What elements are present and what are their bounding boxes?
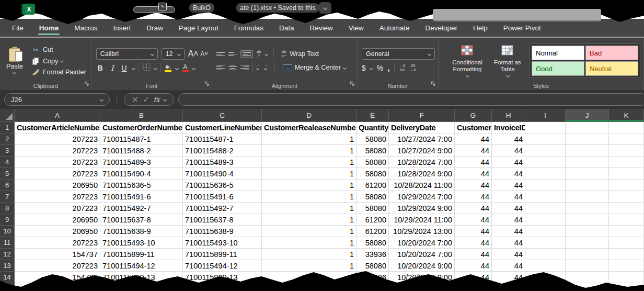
cell-E1[interactable]: Quantity bbox=[356, 122, 389, 133]
cell-D3[interactable]: 1 bbox=[262, 145, 356, 156]
tab-file[interactable]: File bbox=[4, 19, 31, 37]
cell-B10[interactable]: 7100115638-9 bbox=[100, 226, 183, 237]
cell-G13[interactable]: 44 bbox=[455, 260, 492, 272]
font-color-button[interactable]: A bbox=[182, 64, 189, 72]
cell-H12[interactable]: 44 bbox=[492, 249, 525, 260]
middle-align-button[interactable] bbox=[228, 52, 237, 56]
cell-D1[interactable]: CustomerRealeaseNumber bbox=[262, 122, 356, 133]
cell-I3[interactable] bbox=[525, 145, 566, 156]
cell-B[interactable] bbox=[100, 283, 183, 291]
formula-bar-grip-icon[interactable]: ⋮ bbox=[113, 96, 120, 104]
cell-D9[interactable]: 1 bbox=[262, 214, 356, 226]
tab-page-layout[interactable]: Page Layout bbox=[171, 19, 226, 37]
font-dialog-launcher-icon[interactable] bbox=[204, 79, 210, 88]
cell-K8[interactable] bbox=[609, 203, 644, 214]
tab-macros[interactable]: Macros bbox=[66, 19, 105, 37]
cell-K10[interactable] bbox=[609, 226, 644, 237]
cell-C7[interactable]: 7100115491-6 bbox=[183, 191, 262, 203]
tab-automate[interactable]: Automate bbox=[372, 19, 418, 37]
fx-chevron-icon[interactable] bbox=[163, 97, 167, 101]
cell-I5[interactable] bbox=[525, 168, 566, 180]
align-right-button[interactable] bbox=[240, 65, 249, 70]
cell-J11[interactable] bbox=[566, 237, 609, 249]
tab-developer[interactable]: Developer bbox=[418, 19, 466, 37]
align-left-button[interactable] bbox=[216, 65, 225, 70]
fill-color-chevron-icon[interactable] bbox=[175, 66, 179, 70]
confirm-entry-icon[interactable]: ✓ bbox=[143, 95, 150, 105]
tab-draw[interactable]: Draw bbox=[139, 19, 171, 37]
cell-E12[interactable]: 33936 bbox=[356, 249, 389, 260]
cell-A13[interactable]: 207223 bbox=[15, 260, 100, 272]
cell-G10[interactable]: 44 bbox=[455, 226, 492, 237]
cell-J8[interactable] bbox=[566, 203, 609, 214]
cell-K9[interactable] bbox=[609, 214, 644, 226]
cell-C12[interactable]: 7100115899-11 bbox=[183, 249, 262, 260]
cell-D6[interactable]: 1 bbox=[262, 180, 356, 191]
cell-H11[interactable]: 44 bbox=[492, 237, 525, 249]
cell-C10[interactable]: 7100115638-9 bbox=[183, 226, 262, 237]
cell-D7[interactable]: 1 bbox=[262, 191, 356, 203]
borders-chevron-icon[interactable] bbox=[154, 66, 157, 70]
name-box[interactable]: J26 bbox=[4, 93, 110, 106]
style-good[interactable]: Good bbox=[532, 61, 584, 76]
cell-B8[interactable]: 7100115492-7 bbox=[100, 203, 183, 214]
row-header-12[interactable]: 12 bbox=[0, 249, 15, 260]
row-header-3[interactable]: 3 bbox=[0, 145, 15, 156]
row-header-4[interactable]: 4 bbox=[0, 156, 15, 168]
decrease-font-size-button[interactable]: A˅ bbox=[200, 50, 209, 58]
cell-B2[interactable]: 7100115487-1 bbox=[100, 133, 183, 145]
cell-J4[interactable] bbox=[566, 156, 609, 168]
cell-K5[interactable] bbox=[609, 168, 644, 180]
cell-J14[interactable] bbox=[566, 272, 609, 283]
cell-I10[interactable] bbox=[525, 226, 566, 237]
row-header-10[interactable]: 10 bbox=[0, 226, 15, 237]
cell-H2[interactable]: 44 bbox=[492, 133, 525, 145]
cell-A2[interactable]: 207223 bbox=[15, 133, 100, 145]
cell-B12[interactable]: 7100115899-11 bbox=[100, 249, 183, 260]
cell-E9[interactable]: 61200 bbox=[356, 214, 389, 226]
cell-H14[interactable]: 44 bbox=[492, 272, 525, 283]
row-header-blank[interactable] bbox=[0, 283, 15, 291]
column-header-K[interactable]: K bbox=[609, 109, 644, 122]
cell-K4[interactable] bbox=[609, 156, 644, 168]
tab-formulas[interactable]: Formulas bbox=[226, 19, 271, 37]
column-header-B[interactable]: B bbox=[100, 109, 183, 122]
cell-A8[interactable]: 207223 bbox=[15, 203, 100, 214]
cell-K[interactable] bbox=[609, 283, 644, 291]
format-painter-button[interactable]: Format Painter bbox=[29, 68, 88, 77]
tab-data[interactable]: Data bbox=[271, 19, 302, 37]
cell-C5[interactable]: 7100115490-4 bbox=[183, 168, 262, 180]
cell-H8[interactable]: 44 bbox=[492, 203, 525, 214]
number-dialog-launcher-icon[interactable] bbox=[431, 79, 436, 88]
paste-chevron-icon[interactable] bbox=[13, 70, 16, 74]
cell-I14[interactable] bbox=[525, 272, 566, 283]
cell-G1[interactable]: CustomerID bbox=[455, 122, 492, 133]
orientation-button[interactable]: ab↗ bbox=[257, 50, 261, 58]
cell-A6[interactable]: 206950 bbox=[15, 180, 100, 191]
cell-I7[interactable] bbox=[525, 191, 566, 203]
cell-K14[interactable] bbox=[609, 272, 644, 283]
column-header-D[interactable]: D bbox=[262, 109, 356, 122]
fill-color-button[interactable] bbox=[165, 64, 172, 72]
clipboard-dialog-launcher-icon[interactable] bbox=[84, 79, 89, 88]
cell-D12[interactable]: 1 bbox=[262, 249, 356, 260]
cell-H4[interactable]: 44 bbox=[492, 156, 525, 168]
cell-C9[interactable]: 7100115637-8 bbox=[183, 214, 262, 226]
increase-indent-button[interactable]: →≡ bbox=[264, 63, 269, 72]
cell-K7[interactable] bbox=[609, 191, 644, 203]
cell-K12[interactable] bbox=[609, 249, 644, 260]
font-size-combo[interactable]: 12 bbox=[162, 48, 185, 60]
alignment-dialog-launcher-icon[interactable] bbox=[350, 79, 355, 88]
cell-C3[interactable]: 7100115488-2 bbox=[183, 145, 262, 156]
paste-button[interactable]: Paste bbox=[4, 47, 25, 75]
conditional-formatting-button[interactable]: Conditional Formatting bbox=[446, 45, 489, 77]
cell-H7[interactable]: 44 bbox=[492, 191, 525, 203]
cell-A1[interactable]: CustomerArticleNumber bbox=[15, 122, 100, 133]
cell-H3[interactable]: 44 bbox=[492, 145, 525, 156]
font-name-combo[interactable]: Calibri bbox=[96, 48, 158, 60]
search-box-fragment[interactable] bbox=[433, 9, 601, 20]
cell-I6[interactable] bbox=[525, 180, 566, 191]
row-header-1[interactable]: 1 bbox=[0, 122, 15, 133]
cell-D10[interactable]: 1 bbox=[262, 226, 356, 237]
tab-insert[interactable]: Insert bbox=[106, 19, 139, 37]
